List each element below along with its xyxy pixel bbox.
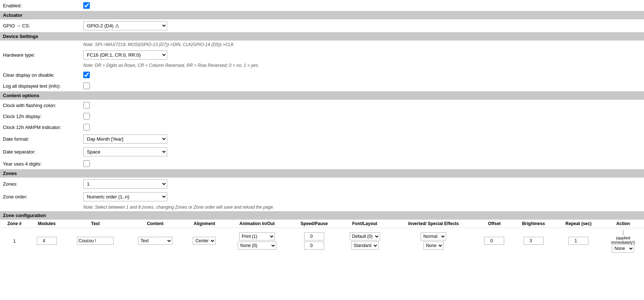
pause-input[interactable] xyxy=(304,242,324,250)
date-format-row: Date format: Day Month [Year] Month Day … xyxy=(0,133,644,145)
zone-number: 1 xyxy=(0,228,29,254)
zone-order-label: Zone order: xyxy=(3,194,83,200)
clock-ampm-row: Clock 12h AM/PM indicator: xyxy=(0,122,644,133)
repeat-cell xyxy=(555,228,602,254)
clock-flashing-label: Clock with flashing colon: xyxy=(3,103,83,108)
col-content: Content xyxy=(126,220,184,228)
col-animation: Animation In/Out xyxy=(225,220,290,228)
clock-ampm-checkbox[interactable] xyxy=(83,124,90,130)
text-cell xyxy=(65,228,126,254)
enabled-label: Enabled: xyxy=(3,3,83,8)
table-row: 1 Text Clock Date Temperature Center xyxy=(0,228,644,254)
date-format-label: Date format: xyxy=(3,136,83,142)
clock-ampm-label: Clock 12h AM/PM indicator: xyxy=(3,125,83,130)
content-options-header: Content options xyxy=(0,91,644,100)
animation-out-select[interactable]: None (0) Scroll Left (2) Scroll Right (3… xyxy=(238,242,276,250)
spi-note: Note: SPI->MAX7219: MOSI(GPIO-13 (D7))->… xyxy=(0,41,644,49)
layout-select[interactable]: Standard Vertical xyxy=(351,242,379,250)
alignment-select[interactable]: Center Left Right xyxy=(193,237,216,245)
device-settings-header: Device Settings xyxy=(0,32,644,41)
modules-cell xyxy=(29,228,65,254)
col-modules: Modules xyxy=(29,220,65,228)
text-input[interactable] xyxy=(77,237,114,245)
effects-cell: Normal Inverted None Blink xyxy=(391,228,476,254)
zones-note: Note: Select between 1 and 8 zones, chan… xyxy=(0,203,644,211)
speed-cell xyxy=(290,228,339,254)
action-select[interactable]: None Save Delete xyxy=(612,244,634,252)
col-zone: Zone # xyxy=(0,220,29,228)
font-cell: Default (0) Font 1 Standard Vertical xyxy=(339,228,391,254)
animation-in-select[interactable]: Print (1) None (0) Scroll Left (2) xyxy=(239,232,275,240)
gpio-select[interactable]: GPIO-2 (D4) ⚠ GPIO-0 GPIO-4 GPIO-5 xyxy=(83,21,167,30)
enabled-row: Enabled: xyxy=(0,0,644,11)
content-cell: Text Clock Date Temperature xyxy=(126,228,184,254)
col-repeat: Repeat (sec) xyxy=(555,220,602,228)
year-4digits-checkbox[interactable] xyxy=(83,160,90,167)
clear-display-label: Clear display on disable: xyxy=(3,72,83,78)
content-select[interactable]: Text Clock Date Temperature xyxy=(138,237,172,245)
dr-note: Note: DR = Digits as Rows, CR = Column R… xyxy=(0,61,644,69)
clock-flashing-checkbox[interactable] xyxy=(83,102,90,109)
log-text-label: Log all displayed text (info): xyxy=(3,83,83,89)
log-text-row: Log all displayed text (info): xyxy=(0,80,644,91)
repeat-input[interactable] xyxy=(568,237,589,245)
actuator-header: Actuator xyxy=(0,11,644,19)
offset-cell xyxy=(476,228,512,254)
clear-display-row: Clear display on disable: xyxy=(0,69,644,80)
brightness-input[interactable] xyxy=(524,237,544,245)
col-font: Font/Layout xyxy=(339,220,391,228)
gpio-row: GPIO → CS: GPIO-2 (D4) ⚠ GPIO-0 GPIO-4 G… xyxy=(0,19,644,32)
col-offset: Offset xyxy=(476,220,512,228)
clock-12h-checkbox[interactable] xyxy=(83,113,90,119)
col-effects: Inverted/ Special Effects xyxy=(391,220,476,228)
zones-header: Zones xyxy=(0,169,644,178)
offset-input[interactable] xyxy=(484,237,504,245)
modules-input[interactable] xyxy=(37,237,57,245)
clock-12h-label: Clock 12h display: xyxy=(3,114,83,119)
clock-12h-row: Clock 12h display: xyxy=(0,111,644,122)
col-brightness: Brightness xyxy=(512,220,555,228)
action-text: (appliedimmediately!) xyxy=(603,236,643,244)
action-cell: | (appliedimmediately!) None Save Delete xyxy=(602,228,644,254)
log-text-checkbox[interactable] xyxy=(83,83,90,89)
alignment-cell: Center Left Right xyxy=(184,228,225,254)
col-speed: Speed/Pause xyxy=(290,220,339,228)
font-select[interactable]: Default (0) Font 1 xyxy=(350,232,380,240)
year-4digits-label: Year uses 4 digits: xyxy=(3,161,83,167)
col-text: Text xyxy=(65,220,126,228)
col-action: Action xyxy=(602,220,644,228)
special-select[interactable]: None Blink xyxy=(423,242,444,250)
zone-config-table: Zone # Modules Text Content Alignment An… xyxy=(0,220,644,254)
separator-icon: | xyxy=(622,229,624,235)
date-separator-label: Date separator: xyxy=(3,149,83,155)
enabled-checkbox[interactable] xyxy=(83,2,90,9)
zone-config-header: Zone configuration xyxy=(0,211,644,220)
col-alignment: Alignment xyxy=(184,220,225,228)
zones-count-row: Zones: 1 2 3 4 5 6 7 8 xyxy=(0,178,644,190)
hardware-type-select[interactable]: FC16 (DR:1, CR:0, RR:0) Generic (DR:0, C… xyxy=(83,50,167,60)
zone-order-select[interactable]: Numeric order (1..n) User defined xyxy=(83,192,167,201)
date-separator-select[interactable]: Space / - . xyxy=(83,147,167,156)
effects-select[interactable]: Normal Inverted xyxy=(421,232,446,240)
hardware-type-label: Hardware type: xyxy=(3,52,83,58)
zones-count-label: Zones: xyxy=(3,181,83,187)
date-separator-row: Date separator: Space / - . xyxy=(0,145,644,158)
zones-count-select[interactable]: 1 2 3 4 5 6 7 8 xyxy=(83,179,167,189)
date-format-select[interactable]: Day Month [Year] Month Day [Year] Year M… xyxy=(83,134,167,144)
year-4digits-row: Year uses 4 digits: xyxy=(0,158,644,169)
brightness-cell xyxy=(512,228,555,254)
gpio-label: GPIO → CS: xyxy=(3,23,83,29)
speed-input[interactable] xyxy=(304,232,324,240)
animation-cell: Print (1) None (0) Scroll Left (2) None … xyxy=(225,228,290,254)
hardware-type-row: Hardware type: FC16 (DR:1, CR:0, RR:0) G… xyxy=(0,49,644,61)
clear-display-checkbox[interactable] xyxy=(83,72,90,78)
zone-order-row: Zone order: Numeric order (1..n) User de… xyxy=(0,190,644,203)
clock-flashing-row: Clock with flashing colon: xyxy=(0,100,644,111)
